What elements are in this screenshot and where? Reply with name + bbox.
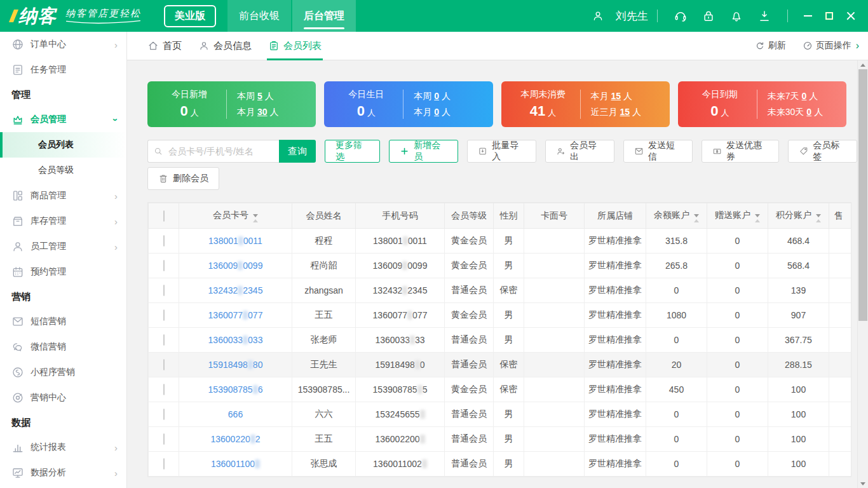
col-header-card-no[interactable]: 会员卡号 (179, 203, 292, 229)
sort-icon[interactable] (694, 214, 699, 222)
stat-row-value[interactable]: 30 (257, 107, 268, 117)
page-ops-button[interactable]: 页面操作 › (803, 40, 859, 51)
search-input[interactable] (167, 146, 269, 157)
headset-icon[interactable] (674, 9, 688, 23)
sidebar-item-sms-marketing[interactable]: 短信营销 (0, 309, 126, 334)
redaction-smudge (417, 385, 423, 394)
member-card-link[interactable]: 1380010011 (208, 236, 262, 246)
tab-member-list[interactable]: 会员列表 (268, 32, 322, 60)
sort-icon[interactable] (816, 214, 821, 222)
scroll-up-arrow[interactable] (858, 60, 868, 69)
close-button[interactable] (840, 6, 862, 25)
sidebar-item-label: 员工管理 (31, 241, 114, 252)
table-row[interactable]: 1591849880王先生159184980普通会员保密罗世精准推拿200288… (149, 353, 852, 377)
row-checkbox[interactable] (163, 359, 165, 370)
select-all-checkbox[interactable] (163, 210, 165, 222)
col-header-points[interactable]: 积分账户 (768, 203, 829, 229)
member-card-link[interactable]: 136001100 (211, 459, 260, 469)
sort-icon[interactable] (253, 214, 258, 222)
table-row[interactable]: 1324322345zhangsan1324322345普通会员保密罗世精准推拿… (149, 278, 852, 303)
vertical-scrollbar[interactable] (857, 60, 868, 488)
table-row[interactable]: 666六六153245655普通会员男罗世精准推拿00100 (149, 402, 852, 427)
stat-row-value[interactable]: 15 (620, 107, 630, 117)
row-checkbox[interactable] (163, 384, 165, 395)
topnav-tab-front-cashier[interactable]: 前台收银 (227, 0, 291, 32)
send-coupon-button[interactable]: 发送优惠券 (702, 140, 779, 163)
sidebar-item-inventory-management[interactable]: 库存管理› (0, 208, 126, 234)
scroll-down-arrow[interactable] (858, 479, 868, 488)
maximize-button[interactable] (818, 6, 840, 25)
member-card-link[interactable]: 1360077077 (208, 310, 263, 320)
minimize-button[interactable] (797, 6, 818, 25)
stat-row-value[interactable]: 0 (434, 91, 439, 101)
stat-card-expire-today[interactable]: 今日到期0人未来7天0人未来30天0人 (678, 81, 846, 127)
sidebar-item-data-analysis[interactable]: 数据分析› (0, 460, 126, 485)
table-row[interactable]: 1380010011程程1380010011黄金会员男罗世精准推拿315.804… (149, 229, 852, 254)
more-filters-button[interactable]: 更多筛选 (325, 140, 380, 163)
table-row[interactable]: 1360077077王五1360077077黄金会员男罗世精准推拿1080090… (149, 303, 852, 328)
sidebar-item-member-level[interactable]: 会员等级 (0, 158, 126, 183)
batch-import-button[interactable]: 批量导入 (467, 140, 536, 163)
sidebar-item-stats-report[interactable]: 统计报表› (0, 435, 126, 460)
stat-row-value[interactable]: 0 (806, 107, 811, 117)
bell-icon[interactable] (729, 9, 743, 23)
sidebar-item-marketing-center[interactable]: 营销中心 (0, 385, 126, 410)
phone-number: 1324322345 (373, 285, 428, 295)
stat-row-value[interactable]: 0 (434, 107, 439, 117)
table-row[interactable]: 1539087856153908785...1539087855黄金会员保密罗世… (149, 377, 852, 402)
stat-card-new-today[interactable]: 今日新增0人本周5人本月30人 (147, 81, 316, 127)
stat-row-value[interactable]: 0 (802, 91, 807, 101)
sidebar-item-miniapp-marketing[interactable]: 小程序营销 (0, 360, 126, 385)
row-checkbox[interactable] (163, 458, 165, 470)
stat-card-no-consume-week[interactable]: 本周未消费41人本月15人近三月15人 (501, 81, 670, 127)
member-card-link[interactable]: 1324322345 (208, 285, 263, 295)
sidebar-item-reservation-management[interactable]: 预约管理 (0, 259, 126, 285)
delete-members-button[interactable]: 删除会员 (147, 167, 219, 190)
row-checkbox[interactable] (163, 334, 165, 346)
member-card-link[interactable]: 136002202 (210, 434, 260, 444)
sidebar-item-product-management[interactable]: 商品管理› (0, 183, 126, 208)
member-card-link[interactable]: 1591849880 (208, 360, 263, 370)
user-menu[interactable]: 刘先生 (585, 9, 648, 24)
member-tags-button[interactable]: 会员标签 (788, 140, 857, 163)
lock-icon[interactable] (702, 9, 715, 23)
search-button[interactable]: 查询 (279, 140, 316, 163)
member-card-link[interactable]: 666 (228, 409, 243, 419)
member-card-link[interactable]: 1539087856 (208, 384, 263, 395)
cell-sale (829, 353, 852, 377)
sidebar-item-member-management[interactable]: 会员管理› (0, 107, 126, 132)
table-row[interactable]: 1360033033张老师136003333普通会员男罗世精准推拿00367.7… (149, 328, 852, 353)
sidebar-item-member-list[interactable]: 会员列表 (0, 132, 126, 158)
table-row[interactable]: 1360090099程尚韶1360090099黄金会员男罗世精准推拿265.80… (149, 254, 852, 278)
row-checkbox[interactable] (163, 409, 165, 420)
export-members-button[interactable]: 会员导出 (545, 140, 614, 163)
add-member-button[interactable]: 新增会员 (389, 140, 458, 163)
row-checkbox[interactable] (163, 309, 165, 321)
send-sms-button[interactable]: 发送短信 (623, 140, 693, 163)
sidebar-item-wechat-marketing[interactable]: 微信营销 (0, 334, 126, 360)
stat-card-birthday-today[interactable]: 今日生日0人本周0人本月0人 (324, 81, 492, 127)
download-icon[interactable] (757, 9, 771, 23)
sidebar-item-task-management[interactable]: 任务管理 (0, 57, 126, 83)
member-card-link[interactable]: 1360033033 (208, 335, 263, 345)
table-row[interactable]: 136001100张思成1360011002普通会员男罗世精准推拿00100 (149, 452, 852, 477)
col-header-gift[interactable]: 赠送账户 (707, 203, 768, 229)
row-checkbox[interactable] (163, 235, 165, 247)
row-checkbox[interactable] (163, 285, 165, 296)
stat-row-value[interactable]: 5 (257, 91, 262, 101)
topnav-tab-back-admin[interactable]: 后台管理 (292, 0, 356, 32)
tab-home[interactable]: 首页 (147, 32, 182, 60)
col-header-balance[interactable]: 余额账户 (646, 203, 707, 229)
sidebar-item-order-center[interactable]: 订单中心› (0, 32, 126, 57)
stat-row-value[interactable]: 15 (611, 91, 621, 101)
member-card-link[interactable]: 1360090099 (208, 261, 263, 271)
sort-icon[interactable] (755, 214, 760, 222)
table-row[interactable]: 136002202王五136002200普通会员男罗世精准推拿00100 (149, 427, 852, 452)
tab-member-info[interactable]: 会员信息 (198, 32, 252, 60)
refresh-button[interactable]: 刷新 (755, 40, 786, 51)
edition-badge[interactable]: 美业版 (164, 5, 216, 27)
row-checkbox[interactable] (163, 433, 165, 445)
sidebar-item-staff-management[interactable]: 员工管理› (0, 234, 126, 259)
row-checkbox[interactable] (163, 260, 165, 271)
scrollbar-thumb[interactable] (858, 69, 867, 321)
